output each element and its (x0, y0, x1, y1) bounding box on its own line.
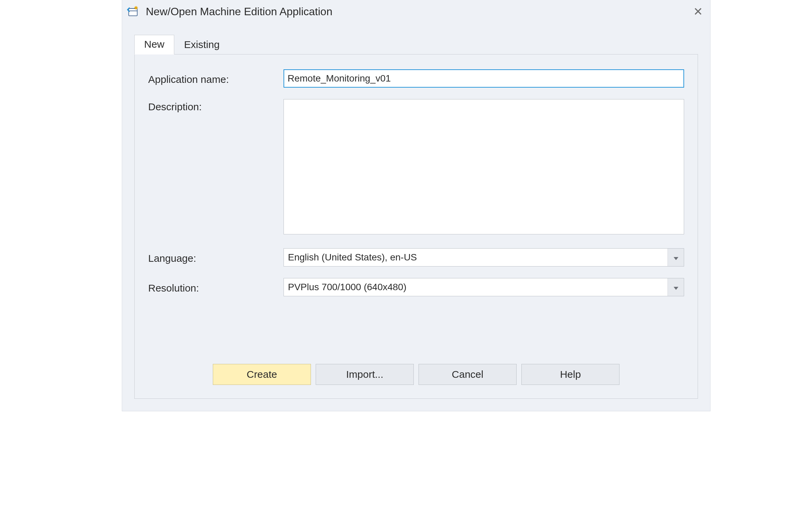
tab-panel-new: Application name: Description: Language:… (134, 54, 698, 399)
chevron-down-icon (673, 252, 678, 263)
close-icon[interactable]: ✕ (690, 6, 706, 17)
help-button[interactable]: Help (521, 364, 620, 385)
tab-existing-label: Existing (184, 39, 220, 50)
description-textarea[interactable] (284, 99, 684, 234)
language-value: English (United States), en-US (284, 249, 668, 266)
row-application-name: Application name: (148, 69, 684, 88)
dialog-button-row: Create Import... Cancel Help (148, 364, 684, 385)
language-dropdown-button[interactable] (668, 249, 684, 266)
svg-marker-6 (673, 287, 678, 290)
create-button-label: Create (247, 369, 277, 380)
language-combobox[interactable]: English (United States), en-US (284, 248, 684, 266)
chevron-down-icon (673, 282, 678, 293)
resolution-dropdown-button[interactable] (668, 278, 684, 296)
tab-existing[interactable]: Existing (174, 35, 229, 55)
label-description: Description: (148, 99, 284, 113)
application-name-input[interactable] (284, 69, 684, 88)
import-button-label: Import... (346, 369, 383, 380)
application-icon (126, 5, 140, 18)
help-button-label: Help (560, 369, 581, 380)
import-button[interactable]: Import... (316, 364, 414, 385)
titlebar: New/Open Machine Edition Application ✕ (122, 0, 710, 23)
resolution-combobox[interactable]: PVPlus 700/1000 (640x480) (284, 278, 684, 296)
row-language: Language: English (United States), en-US (148, 248, 684, 266)
dialog-title: New/Open Machine Edition Application (146, 5, 690, 18)
svg-marker-5 (673, 257, 678, 260)
label-resolution: Resolution: (148, 280, 284, 294)
create-button[interactable]: Create (213, 364, 311, 385)
cancel-button-label: Cancel (452, 369, 483, 380)
row-resolution: Resolution: PVPlus 700/1000 (640x480) (148, 278, 684, 296)
tab-new-label: New (144, 39, 164, 50)
label-language: Language: (148, 251, 284, 264)
tab-new[interactable]: New (134, 35, 174, 55)
resolution-value: PVPlus 700/1000 (640x480) (284, 278, 668, 296)
tabstrip: New Existing (122, 23, 710, 54)
row-description: Description: (148, 99, 684, 237)
new-open-application-dialog: New/Open Machine Edition Application ✕ N… (122, 0, 710, 411)
label-application-name: Application name: (148, 72, 284, 85)
cancel-button[interactable]: Cancel (419, 364, 517, 385)
